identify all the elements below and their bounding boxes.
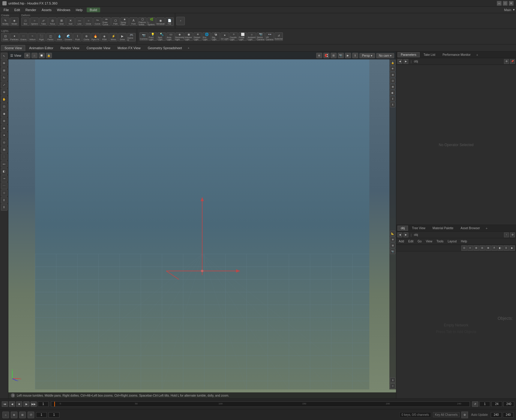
tool-lsystem[interactable]: 🌿L-System bbox=[147, 17, 156, 26]
network-view-btn[interactable]: View bbox=[424, 239, 434, 244]
sidebar-tool-9[interactable]: ◧ bbox=[1, 168, 8, 175]
tab-tree-view[interactable]: Tree View bbox=[409, 226, 428, 231]
net-icon-5[interactable]: ⊠ bbox=[485, 245, 491, 251]
tool-point-light[interactable]: 💡Point Light bbox=[148, 32, 157, 41]
sidebar-tool-rotate[interactable]: ↻ bbox=[1, 74, 8, 81]
tool-curve[interactable]: 〜Curve bbox=[93, 17, 102, 26]
tab-add-button[interactable]: + bbox=[186, 45, 191, 51]
sidebar-tool-pivot[interactable]: ⊡ bbox=[1, 103, 8, 110]
tool-ambient-light[interactable]: ☼Ambient Light bbox=[248, 32, 256, 41]
tool-env-light[interactable]: 🌐Env Light bbox=[202, 32, 211, 41]
vp-side-cam2[interactable]: 📷 bbox=[390, 249, 395, 254]
sidebar-tool-2[interactable]: ⊛ bbox=[1, 118, 8, 124]
vp-side-tex[interactable]: ⊼ bbox=[390, 102, 395, 107]
network-settings-btn[interactable]: ⚙ bbox=[510, 232, 515, 237]
sidebar-tool-13[interactable]: ⊻ bbox=[1, 197, 8, 203]
vp-lock-btn[interactable]: 🔒 bbox=[46, 53, 52, 58]
params-forward-btn[interactable]: ▶ bbox=[404, 59, 408, 64]
menu-windows[interactable]: Windows bbox=[55, 8, 73, 12]
tool-caustic-light[interactable]: ✧Caustic Light bbox=[230, 32, 238, 41]
net-icon-2[interactable]: ≡ bbox=[467, 245, 473, 251]
tool-fem[interactable]: ◈FEM bbox=[100, 33, 109, 41]
network-go-btn[interactable]: Go bbox=[416, 239, 423, 244]
tool-stereo-camera[interactable]: 📷Stereo Camera bbox=[256, 32, 265, 41]
vp-side-solid[interactable]: ⊻ bbox=[390, 96, 395, 101]
tab-take-list[interactable]: Take List bbox=[420, 52, 439, 57]
desktop-dropdown[interactable]: ▾ bbox=[513, 8, 515, 12]
tab-composite-view[interactable]: Composite View bbox=[83, 45, 113, 51]
tool-wires[interactable]: ⚡Wires bbox=[109, 33, 118, 41]
tl-fps-input[interactable] bbox=[491, 401, 502, 407]
network-tools-btn[interactable]: Tools bbox=[435, 239, 445, 244]
sidebar-tool-5[interactable]: ⊙ bbox=[1, 139, 8, 146]
sidebar-tool-12[interactable]: ⊹ bbox=[1, 190, 8, 196]
tab-performance-monitor[interactable]: Performance Monitor bbox=[439, 52, 474, 57]
params-back-btn[interactable]: ◀ bbox=[398, 59, 402, 64]
sidebar-tool-transform[interactable]: ⊞ bbox=[1, 67, 8, 74]
sidebar-tool-view[interactable]: 👁 bbox=[1, 60, 8, 67]
tl-current-frame-input[interactable] bbox=[38, 401, 49, 407]
tool-metaball[interactable]: ◉Metaball bbox=[156, 17, 165, 26]
menu-assets[interactable]: Assets bbox=[39, 8, 54, 12]
tool-collide[interactable]: ⊡Collis bbox=[1, 33, 10, 41]
sidebar-tool-select[interactable]: ↖ bbox=[1, 53, 8, 59]
tab-asset-browser[interactable]: Asset Browser bbox=[457, 226, 483, 231]
tl-next-frame-btn[interactable]: ▶▶ bbox=[31, 401, 37, 407]
network-tab-add[interactable]: + bbox=[484, 226, 489, 231]
network-back-btn[interactable]: ◀ bbox=[398, 232, 402, 237]
tool-particles[interactable]: ✦Particles bbox=[10, 33, 19, 41]
timeline-bar[interactable]: 0 50 100 150 200 240 bbox=[51, 401, 470, 407]
tool-oceans[interactable]: 🌊Oceans bbox=[64, 33, 73, 41]
tl-prev-frame-btn[interactable]: ◀ bbox=[9, 401, 15, 407]
params-pin-btn[interactable]: 📌 bbox=[510, 59, 515, 64]
tool-partisi[interactable]: ◫Partisi bbox=[46, 33, 55, 41]
vp-side-snap[interactable]: ⊕ bbox=[390, 237, 395, 242]
tool-file[interactable]: 📄File bbox=[165, 17, 174, 26]
vp-side-wire[interactable]: ⊠ bbox=[390, 84, 395, 89]
vp-side-measure[interactable]: 📐 bbox=[390, 231, 395, 236]
tool-velium[interactable]: ~Velium bbox=[28, 33, 37, 41]
tool-sphere[interactable]: ○Sphere bbox=[30, 17, 39, 26]
tool-sky-light[interactable]: 🌤Sky Light bbox=[212, 32, 220, 41]
tab-animation-editor[interactable]: Animation Editor bbox=[26, 45, 57, 51]
status-end-frame1[interactable] bbox=[491, 412, 502, 418]
tool-modify[interactable]: ✎Modify bbox=[1, 17, 10, 26]
vp-magnet-btn[interactable]: 🧲 bbox=[323, 53, 329, 58]
vp-side-render[interactable]: ⊡ bbox=[390, 78, 395, 83]
vp-snap-btn[interactable]: ⊕ bbox=[316, 53, 322, 58]
viewport-camera-button[interactable]: No cam ▾ bbox=[376, 53, 394, 58]
tool-null[interactable]: ✕Null bbox=[66, 17, 75, 26]
vp-grid-btn[interactable]: ⊞ bbox=[331, 53, 337, 58]
tool-gi-light[interactable]: ✦GI Light bbox=[220, 32, 229, 41]
status-grid-btn[interactable]: ⊞ bbox=[19, 412, 26, 418]
tool-geometry-light[interactable]: ◈Geometry Light bbox=[176, 32, 184, 41]
network-help-btn[interactable]: Help bbox=[460, 239, 468, 244]
sidebar-tool-pose[interactable]: ✋ bbox=[1, 96, 8, 103]
params-tab-add[interactable]: + bbox=[475, 52, 480, 57]
sidebar-tool-11[interactable]: ⋯ bbox=[1, 182, 8, 189]
vp-side-grid2[interactable]: ⊞ bbox=[390, 243, 395, 248]
tl-stop-btn[interactable]: ■ bbox=[16, 401, 22, 407]
viewport-3d[interactable]: ☰ View ⚙ ⌂ 🔲 🔒 ⊕ 🧲 ⊞ 📷 ▶ ℹ Persp ▾ No ca… bbox=[8, 52, 396, 398]
tab-render-view[interactable]: Render View bbox=[57, 45, 83, 51]
tl-play-btn[interactable]: ▶ bbox=[23, 401, 29, 407]
vp-side-info2[interactable]: ℹ bbox=[390, 377, 395, 383]
tool-line[interactable]: —Line bbox=[75, 17, 84, 26]
vp-side-display[interactable]: ⊞ bbox=[390, 72, 395, 77]
tool-font[interactable]: AFont bbox=[129, 17, 138, 26]
vp-settings-btn[interactable]: ⚙ bbox=[24, 53, 30, 58]
tool-visco[interactable]: 💧Visco bbox=[55, 33, 64, 41]
status-anim-btn[interactable]: ⏱ bbox=[28, 412, 34, 418]
tool-spray-paint[interactable]: ★Spray Paint bbox=[120, 17, 129, 26]
vp-info-btn[interactable]: ℹ bbox=[352, 53, 358, 58]
net-icon-4[interactable]: ⊟ bbox=[479, 245, 485, 251]
tl-loop-btn[interactable]: ↺ bbox=[472, 401, 478, 407]
net-icon-7[interactable]: ◧ bbox=[497, 245, 503, 251]
vp-display-btn[interactable]: 🔲 bbox=[39, 53, 45, 58]
tab-motion-fx[interactable]: Motion FX View bbox=[114, 45, 144, 51]
tool-vr-camera[interactable]: 👓VR Camera bbox=[266, 32, 274, 41]
tl-start-frame-input[interactable] bbox=[479, 401, 490, 407]
tool-distant-light[interactable]: ☀Distant Light bbox=[194, 32, 202, 41]
vp-side-help[interactable]: ? bbox=[390, 383, 395, 389]
menu-edit[interactable]: Edit bbox=[12, 8, 22, 12]
